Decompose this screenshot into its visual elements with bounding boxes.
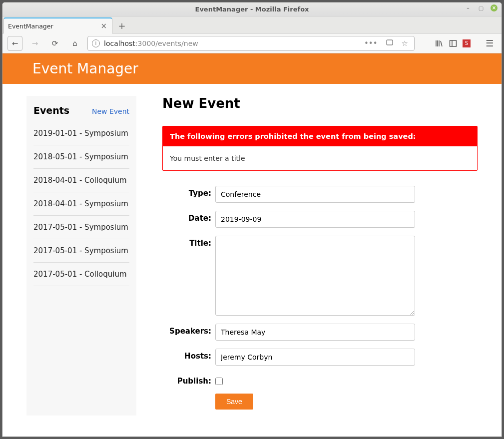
reload-button[interactable]: ⟳ bbox=[47, 36, 62, 51]
sidebar-icon[interactable] bbox=[449, 39, 458, 48]
field-submit: Save bbox=[162, 394, 478, 410]
title-textarea[interactable] bbox=[215, 236, 415, 316]
home-button[interactable]: ⌂ bbox=[67, 36, 82, 51]
error-message: You must enter a title bbox=[163, 146, 477, 170]
sidebar-head: Events New Event bbox=[33, 105, 129, 116]
list-item[interactable]: 2017-05-01 - Symposium bbox=[33, 239, 129, 263]
events-sidebar: Events New Event 2019-01-01 - Symposium … bbox=[26, 96, 136, 416]
field-speakers: Speakers: bbox=[162, 324, 478, 341]
maximize-icon[interactable]: ▢ bbox=[478, 4, 485, 11]
new-event-link[interactable]: New Event bbox=[92, 107, 129, 115]
arrow-right-icon: → bbox=[32, 39, 38, 48]
browser-toolbar: ← → ⟳ ⌂ i localhost:3000/events/new ••• … bbox=[2, 33, 502, 53]
publish-label: Publish: bbox=[162, 374, 215, 386]
speakers-label: Speakers: bbox=[162, 324, 215, 336]
hosts-input[interactable] bbox=[215, 349, 415, 366]
event-form: Type: Date: Title: Speakers: bbox=[162, 186, 478, 410]
main-panel: New Event The following errors prohibite… bbox=[162, 96, 478, 418]
new-tab-button[interactable]: + bbox=[114, 18, 129, 33]
site-info-icon[interactable]: i bbox=[92, 39, 100, 47]
speakers-input[interactable] bbox=[215, 324, 415, 341]
field-title: Title: bbox=[162, 236, 478, 316]
list-item[interactable]: 2018-04-01 - Colloquium bbox=[33, 169, 129, 192]
library-icon[interactable] bbox=[435, 39, 444, 48]
date-label: Date: bbox=[162, 211, 215, 223]
url-host: localhost bbox=[104, 39, 135, 47]
window-titlebar: EventManager - Mozilla Firefox – ▢ × bbox=[2, 2, 502, 16]
sidebar-title: Events bbox=[33, 105, 69, 116]
reader-mode-icon[interactable] bbox=[384, 38, 396, 48]
svg-rect-0 bbox=[387, 40, 393, 45]
home-icon: ⌂ bbox=[72, 39, 77, 48]
hosts-label: Hosts: bbox=[162, 349, 215, 361]
bookmark-star-icon[interactable]: ☆ bbox=[400, 39, 410, 48]
date-input[interactable] bbox=[215, 211, 415, 228]
reload-icon: ⟳ bbox=[52, 39, 58, 48]
type-label: Type: bbox=[162, 186, 215, 198]
toolbar-right: S bbox=[435, 39, 471, 48]
page-actions-icon[interactable]: ••• bbox=[362, 39, 380, 48]
list-item[interactable]: 2019-01-01 - Symposium bbox=[33, 122, 129, 145]
back-button[interactable]: ← bbox=[7, 36, 22, 51]
page-title: New Event bbox=[162, 96, 478, 111]
firefox-window: EventManager - Mozilla Firefox – ▢ × Eve… bbox=[2, 2, 502, 437]
field-date: Date: bbox=[162, 211, 478, 228]
field-publish: Publish: bbox=[162, 374, 478, 386]
page-content: Event Manager Events New Event 2019-01-0… bbox=[2, 53, 502, 437]
list-item[interactable]: 2018-05-01 - Symposium bbox=[33, 145, 129, 169]
error-box: The following errors prohibited the even… bbox=[162, 126, 478, 171]
field-type: Type: bbox=[162, 186, 478, 203]
app-body: Events New Event 2019-01-01 - Symposium … bbox=[2, 84, 502, 437]
list-item[interactable]: 2018-04-01 - Symposium bbox=[33, 192, 129, 216]
close-icon[interactable]: × bbox=[491, 4, 498, 11]
publish-checkbox[interactable] bbox=[215, 378, 223, 385]
type-input[interactable] bbox=[215, 186, 415, 203]
browser-tabstrip: EventManager × + bbox=[2, 16, 502, 33]
window-controls: – ▢ × bbox=[465, 4, 498, 11]
arrow-left-icon: ← bbox=[12, 39, 18, 48]
error-heading: The following errors prohibited the even… bbox=[163, 126, 477, 146]
title-label: Title: bbox=[162, 236, 215, 248]
forward-button[interactable]: → bbox=[27, 36, 42, 51]
url-path: :3000/events/new bbox=[135, 39, 198, 47]
noscript-icon[interactable]: S bbox=[463, 39, 471, 47]
save-button[interactable]: Save bbox=[215, 394, 253, 410]
tab-label: EventManager bbox=[8, 22, 99, 30]
minimize-icon[interactable]: – bbox=[465, 4, 472, 11]
list-item[interactable]: 2017-05-01 - Symposium bbox=[33, 216, 129, 239]
url-bar[interactable]: i localhost:3000/events/new ••• ☆ bbox=[87, 36, 415, 51]
list-item[interactable]: 2017-05-01 - Colloquium bbox=[33, 263, 129, 286]
hamburger-menu-icon[interactable]: ☰ bbox=[483, 36, 497, 50]
window-title: EventManager - Mozilla Firefox bbox=[195, 5, 309, 13]
tab-close-icon[interactable]: × bbox=[99, 21, 108, 30]
app-title: Event Manager bbox=[32, 60, 138, 77]
app-header: Event Manager bbox=[2, 53, 502, 84]
field-hosts: Hosts: bbox=[162, 349, 478, 366]
svg-rect-1 bbox=[450, 40, 457, 46]
browser-tab-active[interactable]: EventManager × bbox=[3, 17, 112, 33]
